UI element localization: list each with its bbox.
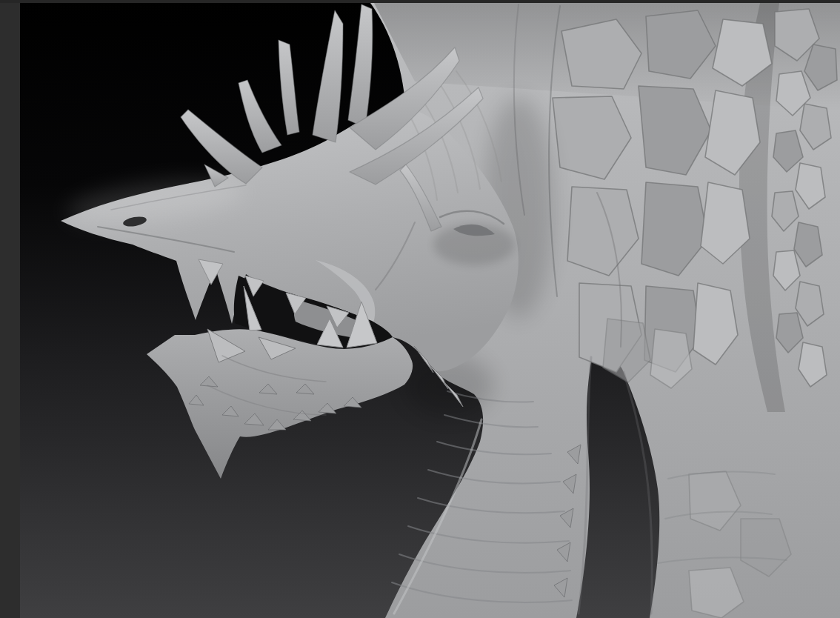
top-border xyxy=(0,0,840,3)
viewport-3d[interactable] xyxy=(0,0,840,618)
left-border xyxy=(0,0,20,618)
app-window xyxy=(0,0,840,618)
sculpt-canvas[interactable] xyxy=(0,0,840,618)
